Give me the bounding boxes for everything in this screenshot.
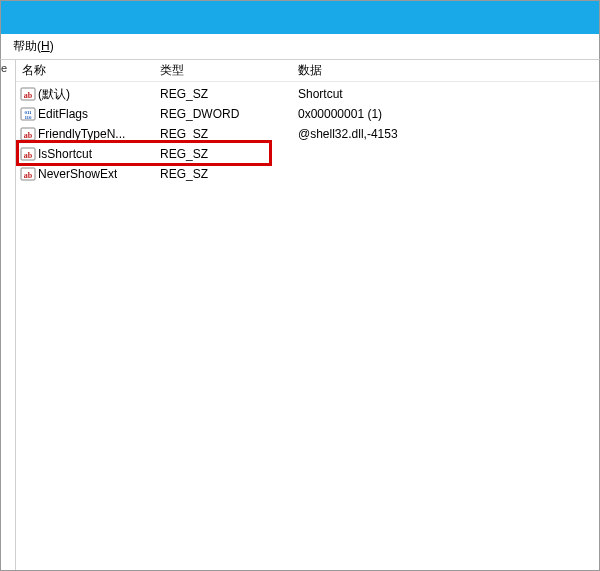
registry-value-row[interactable]: FriendlyTypeN...REG_SZ@shell32.dll,-4153 (16, 124, 599, 144)
reg-binary-icon (20, 106, 36, 122)
value-name: (默认) (38, 86, 70, 103)
cell-name: (默认) (20, 86, 160, 103)
column-header-type[interactable]: 类型 (160, 62, 298, 79)
cell-type: REG_SZ (160, 87, 298, 101)
reg-string-icon (20, 146, 36, 162)
cell-name: FriendlyTypeN... (20, 126, 160, 142)
value-name: NeverShowExt (38, 167, 117, 181)
reg-string-icon (20, 86, 36, 102)
registry-value-row[interactable]: (默认)REG_SZShortcut (16, 84, 599, 104)
menu-bar: 帮助(H) (0, 34, 600, 60)
value-name: EditFlags (38, 107, 88, 121)
list-header: 名称 类型 数据 (16, 60, 599, 82)
window-titlebar (0, 0, 600, 34)
menu-help-label: 帮助 (13, 39, 37, 53)
registry-value-row[interactable]: IsShortcutREG_SZ (16, 144, 599, 164)
cell-name: IsShortcut (20, 146, 160, 162)
tree-pane-fragment: e (1, 60, 16, 570)
tree-fragment-text: e (1, 62, 7, 74)
cell-type: REG_SZ (160, 167, 298, 181)
list-pane: 名称 类型 数据 (默认)REG_SZShortcutEditFlagsREG_… (16, 60, 599, 570)
cell-type: REG_DWORD (160, 107, 298, 121)
menu-help-hotkey: H (41, 39, 50, 53)
cell-data: Shortcut (298, 87, 599, 101)
reg-string-icon (20, 126, 36, 142)
registry-value-row[interactable]: EditFlagsREG_DWORD0x00000001 (1) (16, 104, 599, 124)
cell-name: EditFlags (20, 106, 160, 122)
cell-data: 0x00000001 (1) (298, 107, 599, 121)
reg-string-icon (20, 166, 36, 182)
registry-value-row[interactable]: NeverShowExtREG_SZ (16, 164, 599, 184)
cell-data: @shell32.dll,-4153 (298, 127, 599, 141)
main-area: e 名称 类型 数据 (默认)REG_SZShortcutEditFlagsRE… (0, 60, 600, 571)
menu-help[interactable]: 帮助(H) (13, 38, 54, 55)
list-rows: (默认)REG_SZShortcutEditFlagsREG_DWORD0x00… (16, 82, 599, 184)
cell-type: REG_SZ (160, 127, 298, 141)
cell-type: REG_SZ (160, 147, 298, 161)
value-name: FriendlyTypeN... (38, 127, 125, 141)
value-name: IsShortcut (38, 147, 92, 161)
column-header-data[interactable]: 数据 (298, 62, 599, 79)
cell-name: NeverShowExt (20, 166, 160, 182)
column-header-name[interactable]: 名称 (20, 62, 160, 79)
